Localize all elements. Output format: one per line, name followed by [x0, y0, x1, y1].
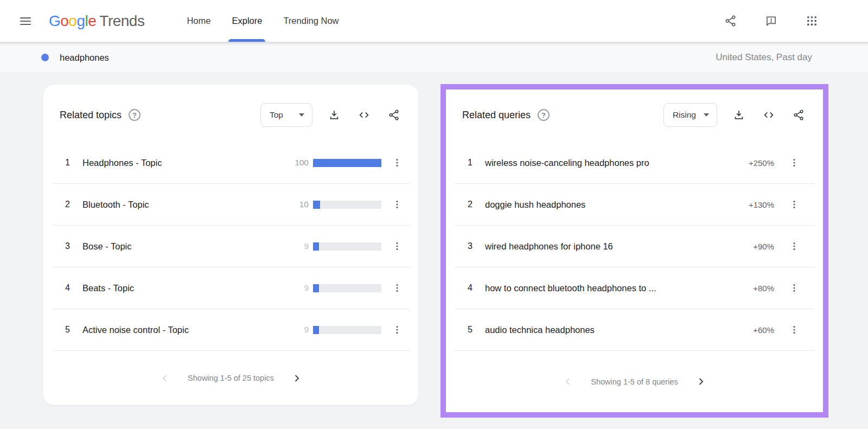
google-apps-button[interactable] [803, 12, 820, 29]
query-rank: 5 [468, 325, 477, 335]
query-label: how to connect bluetooth headphones to .… [485, 283, 753, 293]
chevron-down-icon [704, 113, 709, 117]
topic-value: 9 [285, 241, 309, 251]
query-row[interactable]: 4 how to connect bluetooth headphones to… [455, 267, 814, 309]
related-topics-title: Related topics [60, 110, 122, 121]
pagination-text: Showing 1-5 of 8 queries [591, 377, 678, 386]
related-queries-list: 1 wireless noise-canceling headphones pr… [455, 142, 814, 351]
query-row[interactable]: 3 wired headphones for iphone 16 +90% [455, 226, 814, 267]
queries-sort-dropdown[interactable]: Rising [663, 103, 717, 127]
row-menu-button[interactable] [388, 277, 406, 299]
topic-value: 10 [285, 200, 309, 209]
query-row[interactable]: 1 wireless noise-canceling headphones pr… [455, 142, 814, 184]
topic-rank: 5 [65, 325, 75, 335]
row-menu-button[interactable] [785, 277, 803, 299]
chevron-down-icon [299, 113, 304, 117]
share-icon [388, 109, 400, 121]
query-row[interactable]: 2 doggie hush headphones +130% [455, 184, 814, 226]
query-row[interactable]: 5 audio technica headphones +60% [455, 309, 814, 351]
download-icon [328, 109, 340, 121]
more-vert-icon [789, 282, 800, 294]
purple-highlight-box: Related queries ? Rising [441, 84, 828, 418]
term-color-dot [41, 54, 49, 61]
nav-trending-now[interactable]: Trending Now [283, 0, 339, 42]
chevron-left-icon [563, 376, 573, 387]
row-menu-button[interactable] [388, 235, 406, 257]
google-trends-logo[interactable]: Google Trends [49, 12, 144, 30]
related-topics-list: 1 Headphones - Topic 100 2 Bluetooth - T… [52, 142, 410, 351]
query-rank: 2 [468, 200, 477, 209]
row-menu-button[interactable] [388, 194, 406, 215]
help-icon[interactable]: ? [538, 109, 550, 121]
topic-rank: 2 [65, 200, 75, 209]
topic-row[interactable]: 3 Bose - Topic 9 [52, 226, 410, 267]
queries-sort-value: Rising [673, 110, 696, 120]
topic-row[interactable]: 2 Bluetooth - Topic 10 [52, 184, 410, 226]
queries-share-button[interactable] [790, 107, 807, 123]
more-vert-icon [789, 240, 800, 252]
related-topics-card: Related topics ? Top [43, 85, 418, 405]
row-menu-button[interactable] [388, 319, 406, 341]
topic-row[interactable]: 4 Beats - Topic 9 [52, 267, 410, 309]
trends-wordmark: Trends [99, 12, 144, 30]
topics-download-button[interactable] [326, 107, 342, 123]
row-menu-button[interactable] [785, 152, 803, 174]
topic-value: 100 [285, 158, 309, 168]
topic-bar [313, 159, 381, 167]
topics-pagination: Showing 1-5 of 25 topics [43, 351, 418, 405]
topic-bar [313, 242, 381, 251]
search-term-chip[interactable]: headphones [41, 53, 109, 63]
related-queries-title: Related queries [462, 110, 531, 121]
row-menu-button[interactable] [785, 194, 803, 215]
topic-row[interactable]: 1 Headphones - Topic 100 [52, 142, 410, 184]
feedback-icon [765, 15, 777, 27]
query-change: +60% [753, 325, 774, 335]
nav-explore[interactable]: Explore [232, 0, 262, 42]
next-page-button[interactable] [289, 371, 304, 386]
help-icon[interactable]: ? [129, 109, 141, 121]
nav-home[interactable]: Home [187, 0, 210, 42]
topic-label: Bose - Topic [82, 241, 285, 252]
query-change: +130% [749, 200, 774, 209]
queries-pagination: Showing 1-5 of 8 queries [446, 351, 823, 412]
query-label: wireless noise-canceling headphones pro [485, 158, 749, 168]
pagination-text: Showing 1-5 of 25 topics [188, 374, 274, 382]
code-embed-icon [358, 109, 370, 121]
row-menu-button[interactable] [785, 235, 803, 257]
code-embed-icon [763, 109, 775, 121]
geo-time-filters: United States, Past day [716, 52, 812, 63]
topics-sort-dropdown[interactable]: Top [260, 103, 312, 127]
chevron-left-icon [160, 373, 170, 383]
more-vert-icon [392, 157, 403, 169]
chevron-right-icon [695, 376, 706, 387]
google-wordmark: Google [49, 12, 96, 30]
more-vert-icon [789, 324, 800, 336]
topic-row[interactable]: 5 Active noise control - Topic 9 [52, 309, 410, 351]
share-icon [793, 109, 805, 121]
row-menu-button[interactable] [785, 319, 803, 341]
row-menu-button[interactable] [388, 152, 406, 174]
search-term-bar: headphones United States, Past day [0, 42, 868, 73]
more-vert-icon [392, 324, 403, 336]
primary-nav: Home Explore Trending Now [187, 0, 339, 42]
topic-bar [313, 284, 381, 292]
header-share-button[interactable] [722, 12, 739, 29]
topic-bar [313, 326, 381, 334]
queries-embed-button[interactable] [761, 107, 777, 123]
topic-value: 9 [285, 325, 309, 335]
topic-label: Headphones - Topic [82, 158, 285, 168]
hamburger-icon [18, 14, 33, 28]
topics-share-button[interactable] [386, 107, 402, 123]
topics-sort-value: Top [270, 110, 283, 120]
more-vert-icon [789, 199, 800, 210]
prev-page-button[interactable] [158, 371, 173, 386]
queries-download-button[interactable] [731, 107, 747, 123]
more-vert-icon [392, 240, 403, 252]
menu-button[interactable] [16, 12, 35, 30]
explore-results: Related topics ? Top [0, 73, 868, 418]
query-change: +80% [753, 284, 774, 293]
prev-page-button[interactable] [561, 374, 576, 389]
next-page-button[interactable] [693, 374, 708, 389]
topics-embed-button[interactable] [356, 107, 372, 123]
feedback-button[interactable] [763, 12, 780, 29]
